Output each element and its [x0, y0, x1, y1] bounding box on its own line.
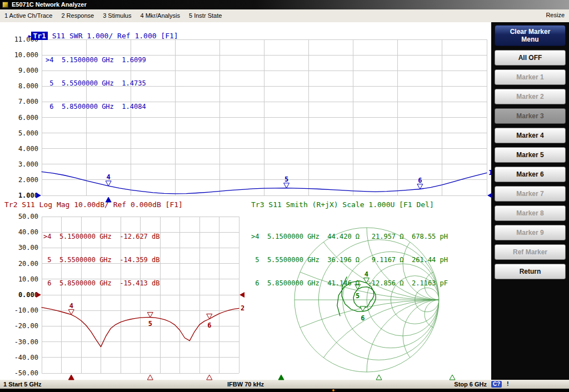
tr3-marker-readout: >4 5.1500000 GHz 44.420 Ω 21.957 Ω 678.5…	[251, 217, 448, 303]
svg-text:6.000: 6.000	[18, 114, 38, 122]
svg-text:-30.00: -30.00	[14, 338, 38, 346]
svg-text:-50.00: -50.00	[14, 369, 38, 377]
marker-readout-line: 6 5.8500000 GHz -15.413 dB	[43, 279, 160, 287]
softkey-button-list: All OFFMarker 1Marker 2Marker 3Marker 4M…	[491, 50, 569, 279]
menu-bar: 1 Active Ch/Trace2 Response3 Stimulus4 M…	[0, 9, 569, 23]
title-bar[interactable]: E5071C Network Analyzer	[0, 0, 569, 9]
svg-text:50.00: 50.00	[18, 213, 38, 220]
bottom-strip	[0, 389, 569, 392]
marker-readout-line: 5 5.5500000 GHz -14.359 dB	[43, 256, 160, 264]
marker-readout-line: 5 5.5500000 GHz 1.4735	[46, 79, 146, 87]
marker-readout-line: >4 5.1500000 GHz 1.6099	[46, 56, 146, 64]
svg-text:1: 1	[488, 169, 492, 177]
softkey-marker-2: Marker 2	[495, 89, 566, 104]
status-correction-badge[interactable]: C?	[491, 381, 502, 388]
marker-readout-line: >4 5.1500000 GHz -12.627 dB	[43, 233, 160, 240]
menu-item-instr-state[interactable]: 5 Instr State	[184, 9, 226, 22]
menu-item-stimulus[interactable]: 3 Stimulus	[98, 9, 136, 22]
marker-readout-line: >4 5.1500000 GHz 44.420 Ω 21.957 Ω 678.5…	[251, 233, 448, 240]
softkey-all-off[interactable]: All OFF	[495, 50, 566, 66]
marker-readout-line: 6 5.8500000 GHz 41.146 Ω -12.856 Ω 2.116…	[251, 279, 448, 287]
softkey-marker-3[interactable]: Marker 3	[495, 108, 566, 124]
softkey-ref-marker: Ref Marker	[495, 244, 566, 260]
softkey-menu-title: Clear Marker Menu	[495, 25, 566, 46]
svg-text:5.000: 5.000	[18, 129, 38, 137]
svg-text:1.000: 1.000	[18, 192, 38, 199]
svg-text:3.000: 3.000	[18, 160, 38, 168]
plot-area: ▶Tr1 S11 SWR 1.000/ Ref 1.000 [F1] >4 5.…	[0, 22, 491, 380]
status-ifbw: IFBW 70 kHz	[0, 381, 491, 388]
menu-item-resize[interactable]: Resize	[546, 12, 565, 18]
svg-text:6: 6	[361, 314, 365, 322]
marker-readout-line: 6 5.8500000 GHz 1.4084	[46, 103, 146, 110]
svg-text:2: 2	[241, 304, 244, 312]
svg-text:6: 6	[207, 321, 211, 329]
svg-text:-20.00: -20.00	[14, 322, 38, 330]
svg-text:10.000: 10.000	[14, 51, 38, 59]
softkey-marker-8: Marker 8	[495, 205, 566, 221]
tr2-header[interactable]: Tr2 S11 Log Mag 10.00dB/ Ref 0.000dB [F1…	[4, 200, 183, 209]
softkey-return[interactable]: Return	[495, 264, 566, 279]
tr2-marker-readout: >4 5.1500000 GHz -12.627 dB 5 5.5500000 …	[43, 217, 160, 303]
svg-text:8.000: 8.000	[18, 82, 38, 90]
svg-text:2.000: 2.000	[18, 176, 38, 184]
tr3-header[interactable]: Tr3 S11 Smith (R+jX) Scale 1.000U [F1 De…	[251, 200, 434, 209]
status-bar: 1 Start 5 GHz IFBW 70 kHz Stop 6 GHz C? …	[0, 380, 569, 389]
svg-text:30.00: 30.00	[18, 244, 38, 252]
softkey-marker-5[interactable]: Marker 5	[495, 147, 566, 163]
tr1-marker-readout: >4 5.1500000 GHz 1.6099 5 5.5500000 GHz …	[46, 41, 146, 126]
svg-text:40.00: 40.00	[18, 228, 38, 236]
status-alert: !	[507, 380, 509, 387]
svg-text:4.000: 4.000	[18, 145, 38, 153]
window-title: E5071C Network Analyzer	[12, 0, 87, 9]
marker-readout-line: 5 5.5500000 GHz 36.196 Ω 9.1167 Ω 261.44…	[251, 256, 448, 264]
svg-text:-10.00: -10.00	[14, 306, 38, 314]
svg-text:4: 4	[107, 173, 111, 181]
e5071c-window: E5071C Network Analyzer 1 Active Ch/Trac…	[0, 0, 569, 392]
softkey-marker-6[interactable]: Marker 6	[495, 167, 566, 182]
svg-text:6: 6	[418, 177, 422, 184]
menu-item-active-ch-trace[interactable]: 1 Active Ch/Trace	[0, 9, 57, 22]
softkey-marker-4[interactable]: Marker 4	[495, 128, 566, 143]
svg-text:4: 4	[69, 302, 73, 310]
svg-text:20.00: 20.00	[18, 260, 38, 268]
softkey-marker-7: Marker 7	[495, 186, 566, 202]
menu-item-response[interactable]: 2 Response	[57, 9, 98, 22]
menu-item-mkr-analysis[interactable]: 4 Mkr/Analysis	[136, 9, 184, 22]
tr1-label: Tr1	[31, 32, 47, 40]
svg-text:10.00: 10.00	[18, 275, 38, 283]
tr1-header-text: S11 SWR 1.000/ Ref 1.000 [F1]	[48, 32, 178, 40]
softkey-marker-1: Marker 1	[495, 69, 566, 85]
svg-text:-40.00: -40.00	[14, 354, 38, 361]
softkey-panel: Clear Marker Menu All OFFMarker 1Marker …	[491, 22, 569, 380]
svg-text:5: 5	[148, 320, 152, 328]
app-icon	[2, 2, 8, 8]
indicator-led	[332, 389, 335, 391]
svg-text:9.000: 9.000	[18, 67, 38, 74]
svg-text:0.000: 0.000	[18, 291, 38, 299]
status-stop: Stop 6 GHz	[454, 381, 487, 388]
svg-text:5: 5	[284, 175, 288, 183]
svg-text:7.000: 7.000	[18, 98, 38, 105]
softkey-marker-9: Marker 9	[495, 225, 566, 240]
